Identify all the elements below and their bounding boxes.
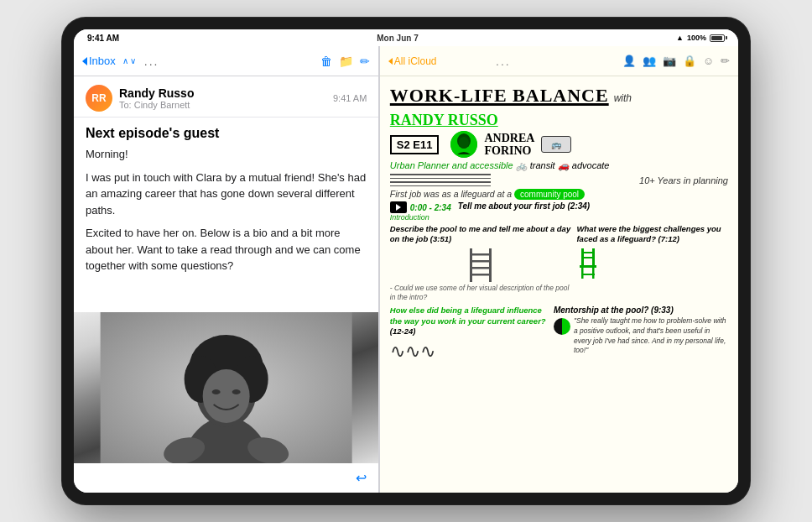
- arrow-up-icon: ∧: [122, 56, 128, 65]
- quote-text: "She really taught me how to problem-sol…: [574, 316, 728, 357]
- right-questions: What were the biggest challenges you fac…: [576, 224, 728, 302]
- mail-header: RR Randy Russo To: Cindy Barnett 9:41 AM: [74, 76, 378, 117]
- guest-name-line2: FORINO: [484, 144, 531, 157]
- status-date: Mon Jun 7: [377, 34, 418, 43]
- chair-svg: [576, 248, 600, 279]
- svg-point-9: [232, 389, 241, 394]
- notes-share-icon[interactable]: ☺: [703, 55, 714, 67]
- guest-avatar: [450, 131, 477, 158]
- notes-edit-icon[interactable]: ✏: [721, 55, 730, 67]
- notes-dots[interactable]: ...: [496, 55, 511, 68]
- sub-question: - Could we use some of her visual descri…: [390, 284, 572, 302]
- mail-forward-area: ↩: [74, 463, 378, 493]
- music-staff: [390, 174, 491, 186]
- battery-icon: [710, 34, 725, 42]
- community-pool-badge: community pool: [514, 189, 585, 200]
- guest-description: Urban Planner and accessible 🚲 transit 🚗…: [390, 160, 728, 171]
- person-svg: [74, 312, 378, 463]
- episode-badge: S2 E11: [390, 135, 440, 154]
- svg-point-7: [203, 369, 250, 423]
- svg-point-8: [212, 389, 221, 394]
- inbox-label: Inbox: [89, 55, 116, 67]
- ladder-svg: [468, 248, 493, 282]
- first-job-line: First job was as a lifeguard at a commun…: [390, 189, 728, 199]
- folder-icon[interactable]: 📁: [339, 55, 353, 68]
- mail-subject: Next episode's guest: [74, 117, 378, 146]
- svg-rect-27: [581, 268, 584, 279]
- battery-text: 100%: [687, 34, 706, 42]
- wifi-icon: ▲: [676, 34, 684, 42]
- body-line1: Morning!: [86, 146, 367, 163]
- compose-icon[interactable]: ✏: [360, 55, 370, 68]
- notes-content: WORK-LIFE BALANCE with RANDY RUSSO S2 E1…: [380, 76, 738, 493]
- notes-toolbar: All iCloud ... 👤 👥 📷 🔒 ☺ ✏: [380, 46, 738, 76]
- notes-person-icon[interactable]: 👤: [622, 55, 636, 67]
- notes-lock-icon[interactable]: 🔒: [683, 55, 696, 67]
- sender-info: Randy Russo To: Cindy Barnett: [119, 86, 326, 110]
- status-right: ▲ 100%: [676, 34, 725, 42]
- mail-photo: [74, 312, 378, 463]
- bottom-section: How else did being a lifeguard influence…: [390, 305, 728, 363]
- notes-panel: All iCloud ... 👤 👥 📷 🔒 ☺ ✏: [380, 46, 738, 493]
- how-question: How else did being a lifeguard influence…: [390, 305, 549, 337]
- intro-segment-row: 0:00 - 2:34 Introduction Tell me about y…: [390, 201, 728, 222]
- chevron-left-icon: [82, 57, 87, 65]
- body-line3: Excited to have her on. Below is a bio a…: [86, 225, 367, 274]
- inbox-arrows[interactable]: ∧ ∨: [122, 56, 136, 65]
- svg-rect-20: [470, 267, 492, 269]
- svg-rect-29: [581, 274, 595, 275]
- svg-point-15: [459, 137, 469, 149]
- delete-icon[interactable]: 🗑: [320, 55, 332, 68]
- time-range: (12-24): [390, 326, 416, 336]
- mail-body: Morning! I was put in touch with Clara b…: [74, 146, 378, 305]
- host-name: RANDY RUSSO: [390, 112, 498, 129]
- notes-toolbar-icons: 👤 👥 📷 🔒 ☺ ✏: [622, 55, 730, 67]
- with-text: with: [614, 92, 632, 104]
- body-line2: I was put in touch with Clara by a mutua…: [86, 170, 367, 219]
- forward-icon[interactable]: ↩: [356, 470, 367, 486]
- train-icon: 🚌: [541, 136, 571, 153]
- notes-camera-icon[interactable]: 📷: [663, 55, 676, 67]
- ipad-screen: 9:41 AM Mon Jun 7 ▲ 100% Inbox: [74, 29, 738, 493]
- notes-group-icon[interactable]: 👥: [643, 55, 656, 67]
- chevron-left-yellow-icon: [388, 58, 393, 65]
- svg-rect-24: [581, 252, 595, 253]
- squiggle: ∿∿∿: [390, 341, 549, 363]
- dots-menu[interactable]: ...: [144, 55, 159, 68]
- ball-icon: [554, 318, 570, 335]
- notes-back-button[interactable]: All iCloud: [388, 55, 437, 67]
- arrow-down-icon: ∨: [130, 56, 136, 65]
- question1: Tell me about your first job (2:34): [458, 201, 728, 211]
- intro-time: 0:00 - 2:34: [410, 203, 451, 212]
- bw-photo: [74, 312, 378, 463]
- chair-area: [576, 248, 728, 282]
- ladder-area: [390, 248, 572, 282]
- bottom-right: Mentorship at the pool? (9:33) "She real…: [554, 305, 728, 363]
- svg-rect-25: [581, 257, 595, 258]
- status-bar: 9:41 AM Mon Jun 7 ▲ 100%: [74, 29, 738, 46]
- mentorship-title: Mentorship at the pool? (9:33): [554, 305, 728, 315]
- question2: Describe the pool to me and tell me abou…: [390, 224, 572, 245]
- mail-action-icons: 🗑 📁 ✏: [320, 55, 370, 68]
- intro-box: 0:00 - 2:34: [390, 201, 451, 213]
- intro-label: Introduction: [390, 213, 429, 222]
- mail-back-button[interactable]: Inbox: [82, 55, 116, 67]
- years-text: 10+ Years in planning: [639, 175, 728, 185]
- two-col-questions: Describe the pool to me and tell me abou…: [390, 224, 728, 302]
- ipad-device: 9:41 AM Mon Jun 7 ▲ 100% Inbox: [62, 18, 750, 504]
- sender-name: Randy Russo: [119, 86, 326, 100]
- split-view: Inbox ∧ ∨ ... 🗑 📁 ✏: [74, 46, 738, 493]
- music-years-row: 10+ Years in planning: [390, 174, 728, 186]
- podcast-title-row: WORK-LIFE BALANCE with RANDY RUSSO: [390, 85, 728, 129]
- status-time: 9:41 AM: [87, 34, 119, 43]
- mail-toolbar: Inbox ∧ ∨ ... 🗑 📁 ✏: [74, 46, 378, 76]
- sender-to[interactable]: To: Cindy Barnett: [119, 100, 326, 110]
- svg-rect-26: [580, 265, 596, 268]
- guest-svg: [450, 131, 477, 158]
- quote-row: "She really taught me how to problem-sol…: [554, 316, 728, 357]
- video-icon: [390, 201, 407, 213]
- intro-segment: 0:00 - 2:34 Introduction: [390, 201, 451, 222]
- sender-row: RR Randy Russo To: Cindy Barnett 9:41 AM: [86, 85, 367, 112]
- question3: What were the biggest challenges you fac…: [576, 224, 728, 245]
- bottom-left: How else did being a lifeguard influence…: [390, 305, 549, 363]
